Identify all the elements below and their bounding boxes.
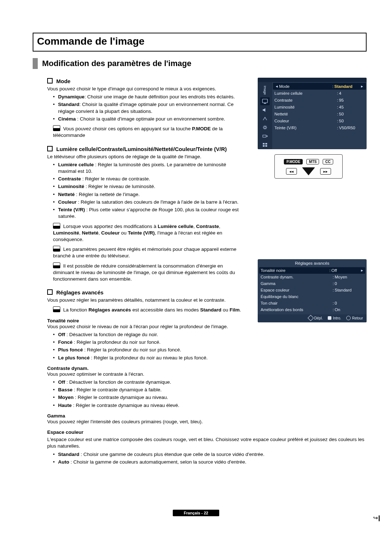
param-item: Netteté : Régler la netteté de l'image. [53,191,243,198]
mode-item: Standard: Choisir la qualité d'image opt… [53,101,243,114]
osd-row: Contraste:95 [274,97,364,103]
param-item: Luminosité : Régler le niveau de luminos… [53,183,243,190]
remote-pmode-button: P.MODE [284,159,303,164]
list-item: Off : Désactiver la fonction de contrast… [53,379,243,386]
svg-rect-4 [263,143,265,144]
param-item: Lumière cellule : Régler la luminosité d… [53,162,243,175]
osd-row: Luminosité:45 [274,103,364,110]
mode-item: Cinéma : Choisir la qualité d'image opti… [53,116,243,122]
remote-illustration: P.MODE MTS CC ◂◂ ▸▸ [274,154,343,179]
heading-mode: Mode [56,78,70,84]
remote-mts-button: MTS [306,159,319,164]
osd2-title: Réglages avancés [258,259,367,266]
subhead-espace-couleur: Espace couleur [47,429,243,435]
param-item: Couleur : Régler la saturation des coule… [53,199,243,205]
osd-row: Lumière cellule:4 [274,90,364,97]
page-title: Commande de l'image [37,36,144,47]
subhead-gamma: Gamma [47,413,243,419]
list-item: Basse : Régler le contraste dynamique à … [53,387,243,393]
remote-rewind-icon: ◂◂ [286,168,297,175]
note: La fonction Réglages avancés est accessi… [53,306,243,313]
osd-row: Équilibrage du blanc [261,293,364,300]
param-item: Contraste : Régler le niveau de contrast… [53,176,243,182]
tab-image-icon [260,97,270,105]
osd-foot-enter: Intro. [328,316,341,320]
osd-tab-label: Image [263,83,267,97]
note-icon [53,262,60,268]
osd-row: Contraste dynam.:Moyen [261,274,364,280]
square-bullet-icon [47,289,53,295]
svg-rect-0 [262,99,268,103]
tab-application-icon [260,141,270,149]
param-item: Teinte (V/R) : Plus cette valeur s'appro… [53,207,243,220]
osd-row: ◄Mode:Standard► [273,83,366,90]
remote-cc-button: CC [323,159,333,164]
tab-channel-icon [260,115,270,123]
square-bullet-icon [47,146,53,151]
osd-foot-move: Dépl. [309,316,323,320]
mode-item: Dynamique: Choisir une image de haute dé… [53,94,243,100]
svg-rect-7 [265,145,267,147]
heading-advanced: Réglages avancés [56,289,103,296]
osd-row: Espace couleur:Standard [261,287,364,293]
enter-icon [328,316,331,320]
list-item: Auto : Choisir la gamme de couleurs auto… [53,459,367,465]
note-icon [53,223,60,229]
tab-setup-icon [260,123,270,131]
osd-image-menu: Image ◄Mode:Standard►Lumière cellule:4Co… [258,78,367,149]
osd-row: Amélioration des bords:On [261,306,364,313]
subhead-contraste-dynam: Contraste dynam. [47,366,243,371]
list-item: Off : Désactiver la fonction de réglage … [53,331,243,338]
section-title: Modification des paramètres de l'image [33,58,367,69]
page-footer: Français - 22 [173,510,219,516]
svg-rect-6 [263,145,265,147]
list-item: Le plus foncé : Régler la profondeur du … [53,355,243,361]
osd-row: Gamma:0 [261,280,364,287]
tonalite-intro: Vous pouvez choisir le niveau de noir à … [47,323,243,330]
move-icon [307,315,314,321]
remote-dpad-icon [302,167,315,175]
heading-params: Lumière cellule/Contraste/Luminosité/Net… [56,146,227,152]
note: Les paramètres peuvent être réglés et mé… [53,245,243,259]
gamma-intro: Vous pouvez régler l'intensité des coule… [47,419,243,425]
adv-intro: Vous pouvez régler les paramètres détail… [47,297,243,303]
mode-intro: Vous pouvez choisir le type d'image qui … [47,86,243,92]
list-item: Haute : Régler le contraste dynamique au… [53,402,243,409]
osd-advanced-menu: Réglages avancés Tonalité noire:Off►Cont… [258,259,367,322]
svg-rect-3 [263,135,266,137]
cd-intro: Vous pouvez optimiser le contraste à l'é… [47,371,243,378]
subhead-tonalite: Tonalité noire [47,318,243,323]
osd-row: Tonalité noire:Off► [259,267,365,274]
osd-row: Netteté:50 [274,110,364,117]
svg-rect-1 [264,103,266,104]
return-icon [346,316,351,320]
remote-ffwd-icon: ▸▸ [320,168,331,175]
osd-row: Ton chair:0 [261,300,364,306]
tab-sound-icon [260,106,270,114]
list-item: Foncé : Régler la profondeur du noir sur… [53,339,243,346]
note-icon [53,306,60,312]
osd-row: Teinte (V/R):V50/R50 [274,124,364,131]
note: Lorsque vous apportez des modifications … [53,222,243,243]
list-item: Moyen : Régler le contraste dynamique au… [53,394,243,401]
svg-point-2 [264,126,266,129]
svg-rect-5 [265,143,267,144]
osd-foot-return: Retour [346,316,363,320]
note-icon [53,246,60,252]
note: Vous pouvez choisir ces options en appuy… [53,125,243,139]
tab-input-icon [260,132,270,140]
params-intro: Le téléviseur offre plusieurs options de… [47,154,243,160]
note-icon [53,125,60,131]
osd-row: Couleur:50 [274,117,364,124]
list-item: Plus foncé : Régler la profondeur du noi… [53,347,243,353]
note: Il est possible de réduire considérablem… [53,262,243,283]
square-bullet-icon [47,78,53,83]
page-turn-icon: ↪❙ [373,514,380,521]
list-item: Standard : Choisir une gamme de couleurs… [53,451,367,458]
ec-intro: L'espace couleur est une matrice composé… [47,436,367,449]
